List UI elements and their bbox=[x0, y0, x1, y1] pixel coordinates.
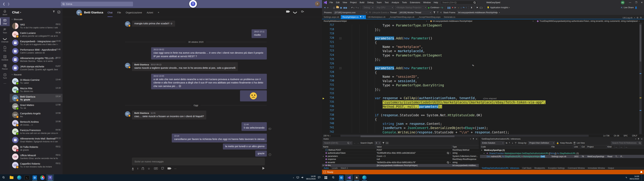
sidebar-item-chiamate[interactable]: Chiamate bbox=[0, 35, 10, 44]
taskbar-edge-icon[interactable] bbox=[360, 174, 368, 181]
save-icon[interactable]: ▣ bbox=[340, 6, 342, 9]
code-line[interactable]: 719 bbox=[322, 32, 639, 36]
chat-list-item[interactable]: GM Grazi Matteo Tu: ok 12:58 bbox=[10, 102, 62, 110]
expand-icon[interactable]: ▾ bbox=[484, 152, 485, 154]
sidebar-item-planner[interactable]: Planner bbox=[0, 62, 10, 72]
show-next-statement-icon[interactable]: → bbox=[457, 6, 460, 9]
bookmark-icon[interactable]: ⚑ bbox=[476, 6, 478, 9]
dropdown-icon[interactable]: ▾ bbox=[635, 138, 636, 140]
continue-button[interactable]: ▶Continue▾ bbox=[428, 6, 440, 9]
code-line[interactable]: 729 Name = "sessionID", bbox=[322, 75, 639, 79]
vs-search-input[interactable]: Search (Ctrl+Q) bbox=[441, 1, 477, 4]
peer-avatar[interactable]: BG bbox=[76, 10, 82, 16]
group-by-dropdown[interactable]: Project then Definition▾ bbox=[528, 141, 555, 145]
menu-item[interactable]: File bbox=[328, 0, 334, 5]
code-line[interactable]: 741 jsonReturn = JsonConvert.Deserialize… bbox=[322, 126, 639, 130]
code-line[interactable]: 723 Value = marketplaceId, bbox=[322, 49, 639, 54]
close-icon[interactable]: ✕ bbox=[476, 138, 478, 140]
autos-search-input[interactable]: Search (Ctrl+E)▾ bbox=[323, 141, 352, 145]
search-next-icon[interactable]: → bbox=[357, 142, 359, 144]
sent-message[interactable]: 30/10 10:00 a ok solo che non avevi dett… bbox=[151, 74, 267, 89]
gear-icon[interactable]: ⚙ bbox=[636, 16, 638, 19]
nav-back-icon[interactable]: ◄ bbox=[324, 6, 326, 9]
giphy-icon[interactable]: GIF bbox=[154, 168, 158, 170]
notification-bell-icon[interactable] bbox=[640, 171, 642, 173]
format-icon[interactable]: A bbox=[132, 167, 134, 170]
taskbar-edge-icon[interactable] bbox=[16, 174, 23, 181]
new-chat-icon[interactable] bbox=[58, 11, 60, 14]
nav-forward-icon[interactable]: ► bbox=[327, 6, 329, 9]
document-tab[interactable]: Util.Marketplace.vb bbox=[366, 15, 387, 19]
platform-dropdown[interactable]: Any CPU▾ bbox=[376, 6, 394, 10]
code-line[interactable]: 722 Name = "marketplace", bbox=[322, 45, 639, 49]
teams-floating-badge[interactable]: T bbox=[189, 0, 197, 8]
menu-item[interactable]: Build bbox=[358, 0, 366, 5]
process-dropdown[interactable]: [37160] iisexpress.exe▾ bbox=[334, 11, 368, 14]
menu-item[interactable]: Window bbox=[422, 0, 432, 5]
conversation-tab[interactable]: Azioni bbox=[147, 8, 153, 17]
code-line[interactable]: 742 Console.WriteLine(response.StatusCod… bbox=[322, 130, 639, 134]
menu-item[interactable]: Tools bbox=[400, 0, 408, 5]
action-center-icon[interactable] bbox=[318, 176, 320, 179]
chat-list-item[interactable]: CL Carini Luciano e allora perché sei co… bbox=[10, 30, 62, 38]
panel-tab[interactable]: Watch 1 bbox=[339, 166, 349, 170]
importance-icon[interactable]: ! bbox=[137, 167, 138, 170]
chat-list-item[interactable]: FF Fanizza Francesco Io ho una call con … bbox=[10, 127, 62, 136]
volume-icon[interactable] bbox=[301, 176, 304, 179]
display-icon[interactable] bbox=[296, 176, 299, 179]
panel-tab[interactable]: Locals bbox=[330, 166, 339, 170]
sent-message[interactable]: 11:44 li sta selezionando bbox=[242, 122, 267, 131]
restore-button[interactable]: ❐ bbox=[633, 0, 639, 5]
chat-list-item[interactable]: CR Cappellini Roberto Tu: e non trovano … bbox=[10, 161, 62, 169]
chat-list-item[interactable]: JAVA stampa etichette Cussini Danilo: Qu… bbox=[10, 64, 62, 72]
watch-row[interactable]: authenticationToken "61495e99-bf1e-45dc-… bbox=[322, 152, 479, 155]
misc-icon[interactable]: ❮❯ bbox=[479, 6, 483, 9]
sidebar-item-chat[interactable]: Chat bbox=[0, 17, 10, 26]
close-tab-icon[interactable]: ✕ bbox=[363, 16, 364, 18]
received-message[interactable]: BG Betti Gianluca30/10 09:13 siamo riusc… bbox=[125, 62, 238, 71]
filter-icon[interactable] bbox=[382, 142, 384, 144]
pin-icon[interactable] bbox=[360, 16, 362, 18]
scope-dropdown[interactable]: Entire Solution▾ bbox=[481, 141, 504, 145]
sort-desc-icon[interactable]: ⇣ bbox=[512, 142, 513, 144]
document-tab-utillog[interactable]: Util.Log.vb bbox=[622, 16, 632, 19]
document-tab[interactable]: _AcceptTokenEbay.aspx.vb bbox=[387, 15, 416, 19]
code-line[interactable]: 725 }); bbox=[322, 58, 639, 62]
menu-item[interactable]: Extensions bbox=[408, 0, 422, 5]
chat-list-item[interactable]: UM Ufficio Miracoli Sanfelici Elisa: anc… bbox=[10, 152, 62, 161]
breadcrumb-file[interactable]: RestApiMiddlewareHelper▾ bbox=[322, 19, 429, 23]
new-file-icon[interactable]: ▢ bbox=[333, 6, 335, 9]
attach-icon[interactable] bbox=[142, 167, 144, 170]
search-input[interactable]: Cerca bbox=[61, 2, 133, 6]
emoji-picker-icon[interactable]: ☺ bbox=[148, 167, 150, 170]
taskbar-r-icon[interactable]: R bbox=[353, 174, 360, 181]
code-line[interactable]: 718 }); bbox=[322, 28, 639, 32]
minimize-button[interactable]: — bbox=[627, 0, 633, 5]
chat-list-item[interactable]: BA Bertocchi Andrea ah scusa....☺ 10:06 bbox=[10, 119, 62, 127]
panel-tab[interactable]: Call Stack bbox=[521, 166, 533, 170]
forward-icon[interactable]: ❯ bbox=[8, 2, 10, 6]
tray-expand-icon[interactable]: ∧ bbox=[293, 176, 294, 179]
menu-item[interactable]: Analyze bbox=[390, 0, 400, 5]
code-line[interactable]: 736 Method.POST, null, parameters); bbox=[322, 105, 639, 109]
sidebar-item-team[interactable]: Team bbox=[0, 26, 10, 35]
reference-result-row[interactable]: Dim redirectURL As EbayRedirectURL = Mar… bbox=[480, 155, 644, 158]
back-icon[interactable]: ❮ bbox=[3, 2, 5, 6]
code-line[interactable]: 737 bbox=[322, 109, 639, 113]
taskbar-terminal-icon[interactable]: ›_ bbox=[23, 174, 31, 181]
panel-tab[interactable]: Exception Settings bbox=[547, 166, 566, 170]
menu-item[interactable]: Test bbox=[383, 0, 390, 5]
chat-list-item[interactable]: ▾ Bloccate bbox=[10, 17, 62, 22]
code-line[interactable]: 732 }); bbox=[322, 88, 639, 92]
redo-icon[interactable]: ↷ ▾ bbox=[355, 6, 358, 9]
search-prev-icon[interactable]: ← bbox=[354, 142, 356, 144]
outline-collapse-icon[interactable]: − bbox=[340, 67, 342, 69]
dropdown-icon[interactable]: ▾ bbox=[470, 138, 471, 140]
step-over-icon[interactable]: ↷ bbox=[463, 6, 464, 9]
taskbar-clock[interactable]: 14:0006/11/2020 bbox=[306, 175, 316, 180]
column-header-value[interactable]: Value bbox=[376, 145, 452, 148]
copy-icon[interactable]: ⧉ bbox=[506, 142, 507, 144]
menu-item[interactable]: Help bbox=[432, 0, 440, 5]
chat-list-item[interactable]: DC Di Blasio Carmine Tu: saluti 13:44 bbox=[10, 77, 62, 86]
watch-row[interactable]: response null RestSharp.IRestResponse bbox=[322, 158, 479, 161]
